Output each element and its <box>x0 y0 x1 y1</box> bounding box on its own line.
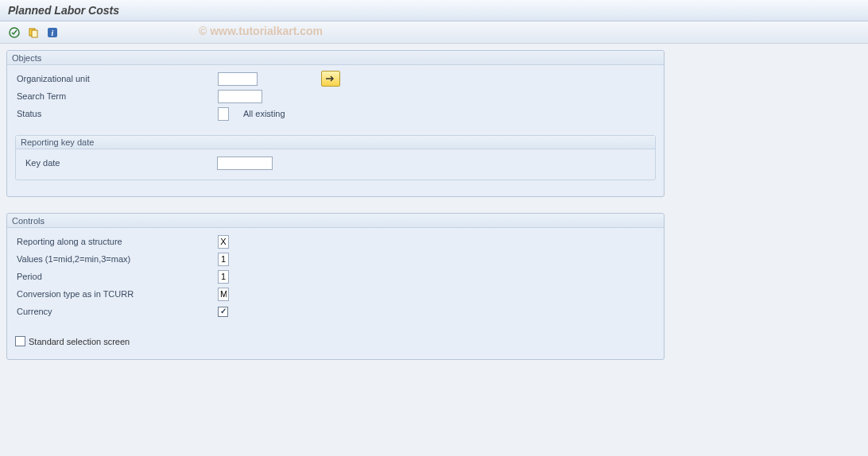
status-label: Status <box>15 109 218 118</box>
org-unit-input[interactable] <box>218 72 258 86</box>
standard-selection-checkbox[interactable] <box>15 336 25 346</box>
toolbar: i © www.tutorialkart.com <box>0 21 868 44</box>
info-icon[interactable]: i <box>45 25 60 41</box>
org-unit-label: Organizational unit <box>15 74 218 83</box>
conversion-label: Conversion type as in TCURR <box>15 289 218 299</box>
reporting-structure-input[interactable] <box>218 235 229 249</box>
reporting-key-date-group: Reporting key date Key date <box>15 135 656 180</box>
currency-checkbox[interactable] <box>218 307 228 317</box>
key-date-label: Key date <box>24 158 217 168</box>
key-date-input[interactable] <box>217 157 273 170</box>
watermark-text: © www.tutorialkart.com <box>199 25 323 37</box>
objects-group-title: Objects <box>7 51 664 65</box>
content-area: Objects Organizational unit Search Term … <box>0 44 868 382</box>
reporting-key-date-title: Reporting key date <box>16 136 655 149</box>
search-term-label: Search Term <box>15 91 218 101</box>
objects-group: Objects Organizational unit Search Term … <box>6 50 665 197</box>
search-term-input[interactable] <box>218 90 262 103</box>
svg-rect-2 <box>32 30 37 37</box>
controls-group-title: Controls <box>7 214 664 228</box>
period-input[interactable] <box>218 270 229 284</box>
status-input[interactable] <box>218 107 229 121</box>
values-input[interactable] <box>218 253 229 266</box>
execute-icon[interactable] <box>6 25 22 41</box>
status-text: All existing <box>243 109 285 118</box>
values-label: Values (1=mid,2=min,3=max) <box>15 254 218 264</box>
period-label: Period <box>15 272 218 281</box>
controls-group: Controls Reporting along a structure Val… <box>6 213 665 360</box>
currency-label: Currency <box>15 307 218 316</box>
multiple-selection-button[interactable] <box>321 71 340 87</box>
reporting-structure-label: Reporting along a structure <box>15 237 218 246</box>
standard-selection-label: Standard selection screen <box>29 337 130 346</box>
conversion-input[interactable] <box>218 288 229 301</box>
page-title: Planned Labor Costs <box>0 0 868 21</box>
get-variant-icon[interactable] <box>25 25 41 41</box>
svg-text:i: i <box>52 29 54 37</box>
